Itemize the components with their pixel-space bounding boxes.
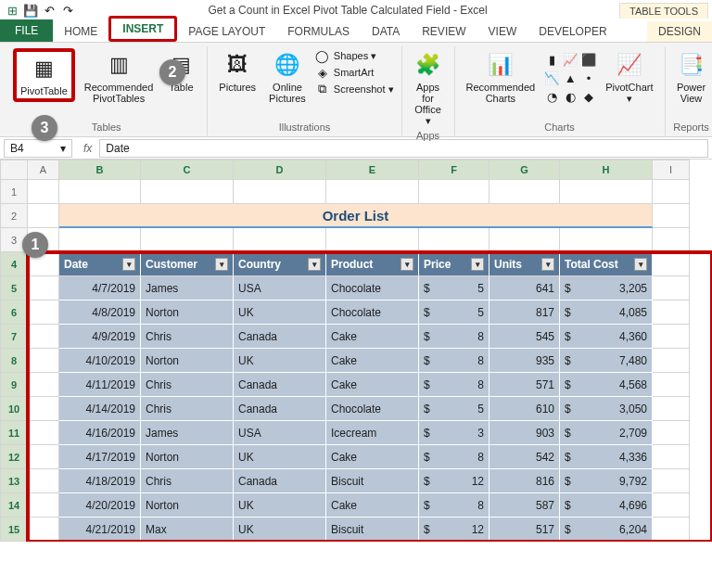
cell[interactable] bbox=[28, 325, 59, 349]
cell-country[interactable]: UK bbox=[234, 493, 326, 518]
cell-product[interactable]: Cake bbox=[326, 373, 419, 397]
col-header-f[interactable]: F bbox=[419, 160, 490, 180]
cell-country[interactable]: Canada bbox=[234, 397, 326, 421]
cell-country[interactable]: UK bbox=[234, 300, 326, 325]
cell-country[interactable]: UK bbox=[234, 349, 326, 373]
col-header-g[interactable]: G bbox=[490, 160, 560, 180]
cell-price[interactable]: $5 bbox=[419, 397, 490, 421]
filter-dropdown-icon[interactable]: ▾ bbox=[471, 258, 484, 271]
cell-date[interactable]: 4/21/2019 bbox=[59, 518, 141, 542]
row-header[interactable]: 10 bbox=[0, 397, 28, 421]
tab-view[interactable]: VIEW bbox=[477, 21, 528, 42]
filter-dropdown-icon[interactable]: ▾ bbox=[634, 258, 647, 271]
cell-total[interactable]: $4,568 bbox=[560, 373, 653, 397]
cell-date[interactable]: 4/7/2019 bbox=[59, 276, 141, 300]
cell[interactable] bbox=[653, 518, 690, 542]
pivot-table-button[interactable]: ▦ PivotTable bbox=[13, 48, 75, 102]
cell[interactable] bbox=[653, 228, 690, 252]
recommended-charts-button[interactable]: 📊 Recommended Charts bbox=[463, 48, 540, 106]
row-header[interactable]: 13 bbox=[0, 469, 28, 493]
cell-units[interactable]: 816 bbox=[490, 469, 560, 493]
cell[interactable] bbox=[234, 228, 326, 252]
cell[interactable] bbox=[28, 180, 59, 204]
cell[interactable] bbox=[653, 180, 690, 204]
cell-price[interactable]: $8 bbox=[419, 325, 490, 349]
cell-customer[interactable]: Max bbox=[141, 518, 234, 542]
col-header-d[interactable]: D bbox=[234, 160, 326, 180]
tab-home[interactable]: HOME bbox=[53, 21, 108, 42]
cell[interactable] bbox=[653, 493, 690, 518]
cell-price[interactable]: $5 bbox=[419, 300, 490, 325]
shapes-button[interactable]: ◯Shapes ▾ bbox=[315, 48, 394, 63]
cell-total[interactable]: $9,792 bbox=[560, 469, 653, 493]
name-box[interactable]: B4▾ bbox=[4, 139, 72, 158]
online-pictures-button[interactable]: 🌐 Online Pictures bbox=[265, 48, 310, 106]
cell[interactable] bbox=[28, 300, 59, 325]
cell[interactable] bbox=[653, 276, 690, 300]
cell-customer[interactable]: Chris bbox=[141, 397, 234, 421]
col-header-h[interactable]: H bbox=[560, 160, 653, 180]
filter-dropdown-icon[interactable]: ▾ bbox=[400, 258, 413, 271]
cell[interactable] bbox=[28, 421, 59, 445]
cell-date[interactable]: 4/20/2019 bbox=[59, 493, 141, 518]
cell[interactable] bbox=[653, 469, 690, 493]
cell-total[interactable]: $4,336 bbox=[560, 445, 653, 469]
cell[interactable] bbox=[653, 349, 690, 373]
cell-total[interactable]: $3,205 bbox=[560, 276, 653, 300]
cell-date[interactable]: 4/18/2019 bbox=[59, 469, 141, 493]
header-date[interactable]: Date▾ bbox=[59, 252, 141, 276]
cell[interactable] bbox=[326, 228, 419, 252]
cell-total[interactable]: $3,050 bbox=[560, 397, 653, 421]
cell[interactable] bbox=[490, 180, 560, 204]
tab-design[interactable]: DESIGN bbox=[647, 21, 712, 42]
cell[interactable] bbox=[141, 228, 234, 252]
cell-date[interactable]: 4/14/2019 bbox=[59, 397, 141, 421]
cell-units[interactable]: 542 bbox=[490, 445, 560, 469]
cell-price[interactable]: $12 bbox=[419, 518, 490, 542]
cell-units[interactable]: 817 bbox=[490, 300, 560, 325]
cell-product[interactable]: Chocolate bbox=[326, 397, 419, 421]
col-header-b[interactable]: B bbox=[59, 160, 141, 180]
cell-date[interactable]: 4/10/2019 bbox=[59, 349, 141, 373]
tab-file[interactable]: FILE bbox=[0, 19, 53, 42]
cell-date[interactable]: 4/11/2019 bbox=[59, 373, 141, 397]
cell-country[interactable]: Canada bbox=[234, 373, 326, 397]
row-header[interactable]: 15 bbox=[0, 518, 28, 542]
cell-total[interactable]: $2,709 bbox=[560, 421, 653, 445]
cell-product[interactable]: Cake bbox=[326, 325, 419, 349]
cell[interactable] bbox=[28, 397, 59, 421]
cell[interactable] bbox=[653, 204, 690, 228]
chart-type-1[interactable]: ▮📈⬛ bbox=[544, 52, 596, 67]
cell[interactable] bbox=[28, 204, 59, 228]
cell[interactable] bbox=[560, 228, 653, 252]
row-header[interactable]: 6 bbox=[0, 300, 28, 325]
redo-icon[interactable]: ↷ bbox=[59, 2, 76, 19]
cell-total[interactable]: $7,480 bbox=[560, 349, 653, 373]
cell-country[interactable]: USA bbox=[234, 421, 326, 445]
cell[interactable] bbox=[28, 445, 59, 469]
cell-date[interactable]: 4/17/2019 bbox=[59, 445, 141, 469]
select-all-corner[interactable] bbox=[0, 160, 28, 180]
cell[interactable] bbox=[419, 180, 490, 204]
cell[interactable] bbox=[141, 180, 234, 204]
cell-customer[interactable]: Norton bbox=[141, 493, 234, 518]
cell-price[interactable]: $8 bbox=[419, 349, 490, 373]
cell-date[interactable]: 4/9/2019 bbox=[59, 325, 141, 349]
row-header[interactable]: 4 bbox=[0, 252, 28, 276]
cell-units[interactable]: 587 bbox=[490, 493, 560, 518]
cell-customer[interactable]: Norton bbox=[141, 445, 234, 469]
cell-product[interactable]: Icecream bbox=[326, 421, 419, 445]
cell-units[interactable]: 517 bbox=[490, 518, 560, 542]
cell-date[interactable]: 4/16/2019 bbox=[59, 421, 141, 445]
cell[interactable] bbox=[59, 180, 141, 204]
cell-units[interactable]: 571 bbox=[490, 373, 560, 397]
cell[interactable] bbox=[28, 518, 59, 542]
filter-dropdown-icon[interactable]: ▾ bbox=[215, 258, 228, 271]
cell[interactable] bbox=[653, 373, 690, 397]
cell-customer[interactable]: James bbox=[141, 421, 234, 445]
cell[interactable] bbox=[28, 373, 59, 397]
filter-dropdown-icon[interactable]: ▾ bbox=[122, 258, 135, 271]
cell[interactable] bbox=[28, 276, 59, 300]
row-header[interactable]: 5 bbox=[0, 276, 28, 300]
row-header[interactable]: 14 bbox=[0, 493, 28, 518]
